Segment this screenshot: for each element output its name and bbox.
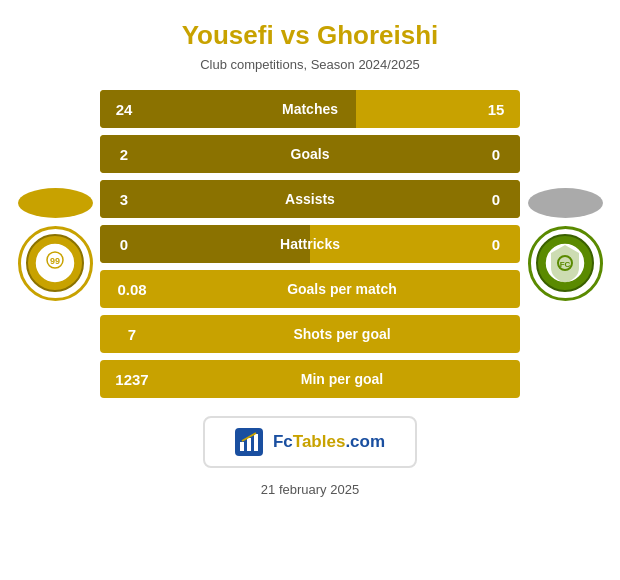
stat-row-shots-per-goal: 7 Shots per goal bbox=[100, 315, 520, 353]
stat-label-hattricks: Hattricks bbox=[148, 236, 472, 252]
stat-left-val-min-per-goal: 1237 bbox=[100, 371, 164, 388]
stat-row-goals: 2 Goals 0 bbox=[100, 135, 520, 173]
right-ellipse bbox=[528, 188, 603, 218]
svg-text:FC: FC bbox=[560, 260, 571, 269]
stat-row-matches: 24 Matches 15 bbox=[100, 90, 520, 128]
page-subtitle: Club competitions, Season 2024/2025 bbox=[200, 57, 420, 72]
right-logo-svg: FC bbox=[535, 233, 595, 293]
stat-left-val-matches: 24 bbox=[100, 101, 148, 118]
page-container: Yousefi vs Ghoreishi Club competitions, … bbox=[0, 0, 620, 580]
logo-right: FC bbox=[520, 188, 610, 301]
left-club-logo: 99 bbox=[18, 226, 93, 301]
stat-label-matches: Matches bbox=[148, 101, 472, 117]
stat-row-min-per-goal: 1237 Min per goal bbox=[100, 360, 520, 398]
stat-row-goals-per-match: 0.08 Goals per match bbox=[100, 270, 520, 308]
stat-row-assists: 3 Assists 0 bbox=[100, 180, 520, 218]
stat-right-val-matches: 15 bbox=[472, 101, 520, 118]
stat-row-hattricks: 0 Hattricks 0 bbox=[100, 225, 520, 263]
main-area: 99 24 Matches 15 2 Goals 0 3 Assists 0 0… bbox=[10, 90, 610, 398]
footer-date: 21 february 2025 bbox=[261, 482, 359, 497]
logo-left: 99 bbox=[10, 188, 100, 301]
stat-left-val-goals: 2 bbox=[100, 146, 148, 163]
stats-area: 24 Matches 15 2 Goals 0 3 Assists 0 0 Ha… bbox=[100, 90, 520, 398]
stat-label-goals: Goals bbox=[148, 146, 472, 162]
page-title: Yousefi vs Ghoreishi bbox=[182, 20, 439, 51]
stat-left-val-shots-per-goal: 7 bbox=[100, 326, 164, 343]
stat-label-assists: Assists bbox=[148, 191, 472, 207]
stat-left-val-hattricks: 0 bbox=[100, 236, 148, 253]
left-ellipse bbox=[18, 188, 93, 218]
stat-right-val-hattricks: 0 bbox=[472, 236, 520, 253]
stat-left-val-assists: 3 bbox=[100, 191, 148, 208]
stat-label-shots-per-goal: Shots per goal bbox=[164, 326, 520, 342]
svg-rect-19 bbox=[254, 434, 258, 451]
stat-left-val-goals-per-match: 0.08 bbox=[100, 281, 164, 298]
stat-label-goals-per-match: Goals per match bbox=[164, 281, 520, 297]
fctables-icon bbox=[235, 428, 263, 456]
svg-text:99: 99 bbox=[50, 256, 60, 266]
stat-label-min-per-goal: Min per goal bbox=[164, 371, 520, 387]
fctables-badge: FcTables.com bbox=[203, 416, 417, 468]
left-logo-svg: 99 bbox=[25, 233, 85, 293]
fctables-label: FcTables.com bbox=[273, 432, 385, 452]
svg-rect-18 bbox=[247, 438, 251, 451]
stat-right-val-goals: 0 bbox=[472, 146, 520, 163]
right-club-logo: FC bbox=[528, 226, 603, 301]
svg-rect-17 bbox=[240, 442, 244, 451]
stat-right-val-assists: 0 bbox=[472, 191, 520, 208]
